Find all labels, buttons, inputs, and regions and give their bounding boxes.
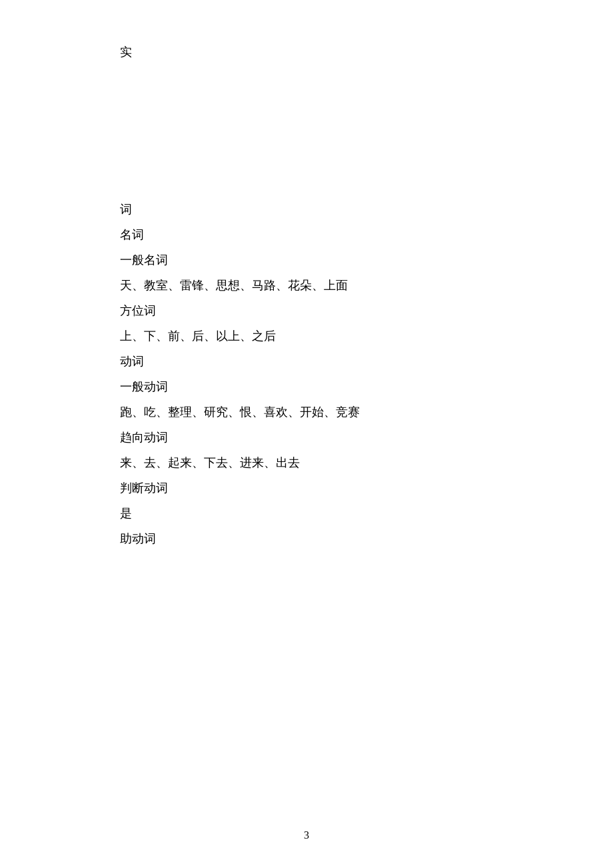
top-text-block: 实: [120, 40, 493, 64]
section-mingci: 名词: [120, 223, 493, 247]
section-yiban-mingci: 一般名词: [120, 248, 493, 272]
page-number: 3: [304, 829, 309, 841]
ci-label: 词: [120, 203, 132, 216]
top-text: 实: [120, 45, 132, 59]
section-ci: 词: [120, 197, 493, 221]
quxiang-dongci-examples-text: 来、去、起来、下去、进来、出去: [120, 456, 300, 469]
section-panduan-dongci: 判断动词: [120, 476, 493, 500]
section-zhudong-ci: 助动词: [120, 527, 493, 551]
section-yiban-mingci-examples: 天、教室、雷锋、思想、马路、花朵、上面: [120, 273, 493, 297]
main-content: 词 名词 一般名词 天、教室、雷锋、思想、马路、花朵、上面 方位词 上、下、前、…: [120, 197, 493, 551]
panduan-dongci-example-text: 是: [120, 507, 132, 520]
dongci-label: 动词: [120, 355, 144, 368]
fangwei-ci-examples-text: 上、下、前、后、以上、之后: [120, 329, 276, 343]
yiban-dongci-label: 一般动词: [120, 380, 168, 393]
section-quxiang-dongci-examples: 来、去、起来、下去、进来、出去: [120, 451, 493, 475]
section-yiban-dongci: 一般动词: [120, 375, 493, 399]
section-panduan-dongci-example: 是: [120, 501, 493, 525]
top-section: 实: [120, 40, 493, 64]
section-fangwei-ci-examples: 上、下、前、后、以上、之后: [120, 324, 493, 348]
page: 实 词 名词 一般名词 天、教室、雷锋、思想、马路、花朵、上面 方位词 上、下、…: [0, 0, 613, 868]
section-quxiang-dongci: 趋向动词: [120, 425, 493, 449]
yiban-mingci-label: 一般名词: [120, 253, 168, 267]
quxiang-dongci-label: 趋向动词: [120, 431, 168, 444]
zhudong-ci-label: 助动词: [120, 532, 156, 545]
section-dongci: 动词: [120, 349, 493, 373]
section-fangwei-ci: 方位词: [120, 299, 493, 323]
yiban-dongci-examples-text: 跑、吃、整理、研究、恨、喜欢、开始、竞赛: [120, 405, 360, 419]
section-yiban-dongci-examples: 跑、吃、整理、研究、恨、喜欢、开始、竞赛: [120, 400, 493, 424]
mingci-label: 名词: [120, 228, 144, 241]
fangwei-ci-label: 方位词: [120, 304, 156, 317]
panduan-dongci-label: 判断动词: [120, 481, 168, 495]
yiban-mingci-examples-text: 天、教室、雷锋、思想、马路、花朵、上面: [120, 279, 348, 292]
